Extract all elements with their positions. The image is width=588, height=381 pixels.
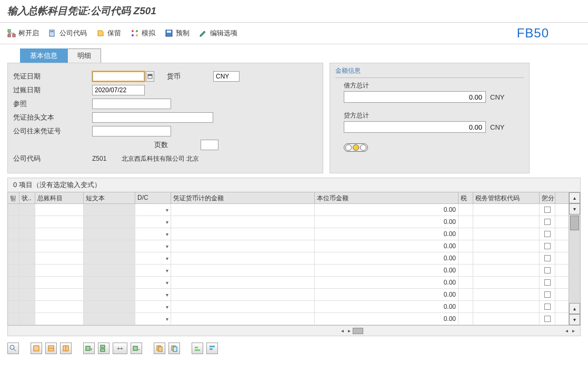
cell-dc[interactable]: ▾ <box>135 216 171 228</box>
hscroll-thumb[interactable] <box>353 328 363 334</box>
cell-amount-local[interactable]: 0.00 <box>315 228 459 240</box>
tab-detail[interactable]: 明细 <box>67 48 101 63</box>
cell-text[interactable] <box>84 301 135 312</box>
cell-partial[interactable] <box>540 240 555 252</box>
edit-options-button[interactable]: 编辑选项 <box>199 28 237 38</box>
row-selector[interactable] <box>8 313 19 325</box>
col-amount-local[interactable]: 本位币金额 <box>315 192 459 203</box>
cell-amount-local[interactable]: 0.00 <box>315 204 459 216</box>
tab-basic[interactable]: 基本信息 <box>20 48 67 63</box>
cell-text[interactable] <box>84 313 135 325</box>
hscroll-left[interactable]: ◂ <box>341 328 344 334</box>
cell-text[interactable] <box>84 228 135 240</box>
cell-partial[interactable] <box>540 301 555 312</box>
layout-c-button[interactable] <box>60 343 72 354</box>
cell-partial[interactable] <box>540 277 555 288</box>
cell-text[interactable] <box>84 240 135 252</box>
chevron-down-icon[interactable]: ▾ <box>166 243 168 249</box>
doc-date-help[interactable] <box>146 71 154 82</box>
col-tax-jurisdiction[interactable]: 税务管辖权代码 <box>473 192 540 203</box>
row-selector[interactable] <box>8 216 19 228</box>
cell-dc[interactable]: ▾ <box>135 313 171 325</box>
cell-text[interactable] <box>84 289 135 300</box>
cell-account[interactable] <box>35 277 84 288</box>
cell-tax-jurisdiction[interactable] <box>473 301 540 312</box>
cell-account[interactable] <box>35 228 84 240</box>
checkbox[interactable] <box>544 219 551 225</box>
cell-amount-local[interactable]: 0.00 <box>315 265 459 276</box>
currency-input[interactable] <box>213 71 240 82</box>
scroll-track[interactable] <box>569 214 580 303</box>
col-dc[interactable]: D/C <box>135 192 171 203</box>
vertical-scrollbar[interactable]: ▴ ▾ ▴ ▾ <box>569 192 580 325</box>
header-text-input[interactable] <box>92 112 213 123</box>
cell-status[interactable] <box>19 301 35 312</box>
cell-dc[interactable]: ▾ <box>135 277 171 288</box>
cell-text[interactable] <box>84 216 135 228</box>
pages-input[interactable] <box>201 140 218 150</box>
hold-button[interactable]: 保留 <box>96 28 121 38</box>
row-selector[interactable] <box>8 289 19 300</box>
cell-tax-jurisdiction[interactable] <box>473 289 540 300</box>
scroll-down-button[interactable]: ▾ <box>569 203 580 214</box>
hscroll-right[interactable]: ▸ <box>348 328 351 334</box>
cell-partial[interactable] <box>540 289 555 300</box>
cell-partial[interactable] <box>540 204 555 216</box>
cell-text[interactable] <box>84 277 135 288</box>
copy-button[interactable] <box>154 343 165 354</box>
sort-desc-button[interactable] <box>206 343 218 354</box>
cell-tax-jurisdiction[interactable] <box>473 240 540 252</box>
cell-tax[interactable] <box>459 277 473 288</box>
checkbox[interactable] <box>544 279 551 286</box>
chevron-down-icon[interactable]: ▾ <box>166 316 168 322</box>
hscroll-left2[interactable]: ◂ <box>565 328 568 334</box>
cell-tax[interactable] <box>459 228 473 240</box>
cell-tax[interactable] <box>459 265 473 276</box>
cell-amount-local[interactable]: 0.00 <box>315 240 459 252</box>
chevron-down-icon[interactable]: ▾ <box>166 256 168 261</box>
col-account[interactable]: 总账科目 <box>35 192 84 203</box>
cell-status[interactable] <box>19 289 35 300</box>
company-code-button[interactable]: 公司代码 <box>48 28 87 38</box>
insert-row-button[interactable]: + <box>83 343 95 354</box>
cell-amount-doc[interactable] <box>171 240 315 252</box>
cell-tax-jurisdiction[interactable] <box>473 265 540 276</box>
cell-amount-local[interactable]: 0.00 <box>315 289 459 300</box>
cell-amount-doc[interactable] <box>171 277 315 288</box>
interco-input[interactable] <box>92 126 171 136</box>
chevron-down-icon[interactable]: ▾ <box>166 292 168 298</box>
row-selector[interactable] <box>8 265 19 276</box>
cell-tax-jurisdiction[interactable] <box>473 313 540 325</box>
scroll-up2-button[interactable]: ▴ <box>569 303 580 314</box>
simulate-button[interactable]: 模拟 <box>131 28 155 38</box>
cell-partial[interactable] <box>540 313 555 325</box>
cell-dc[interactable]: ▾ <box>135 228 171 240</box>
cell-account[interactable] <box>35 301 84 312</box>
cell-partial[interactable] <box>540 252 555 264</box>
checkbox[interactable] <box>544 316 551 322</box>
cell-amount-doc[interactable] <box>171 313 315 325</box>
cell-status[interactable] <box>19 277 35 288</box>
col-selector[interactable]: 틷 <box>8 192 19 203</box>
cell-partial[interactable] <box>540 228 555 240</box>
cell-status[interactable] <box>19 228 35 240</box>
col-amount-doc[interactable]: 凭证货币计的金额 <box>171 192 315 203</box>
cell-amount-doc[interactable] <box>171 301 315 312</box>
reference-input[interactable] <box>92 99 171 109</box>
cell-amount-local[interactable]: 0.00 <box>315 313 459 325</box>
cell-status[interactable] <box>19 313 35 325</box>
checkbox[interactable] <box>544 231 551 237</box>
cell-dc[interactable]: ▾ <box>135 252 171 264</box>
chevron-down-icon[interactable]: ▾ <box>166 231 168 237</box>
col-text[interactable]: 短文本 <box>84 192 135 203</box>
cell-amount-doc[interactable] <box>171 265 315 276</box>
cell-tax[interactable] <box>459 252 473 264</box>
chevron-down-icon[interactable]: ▾ <box>166 219 168 225</box>
cell-tax[interactable] <box>459 301 473 312</box>
append-button[interactable]: ++ <box>113 343 127 354</box>
cell-dc[interactable]: ▾ <box>135 204 171 216</box>
cell-tax[interactable] <box>459 313 473 325</box>
row-selector[interactable] <box>8 240 19 252</box>
cell-text[interactable] <box>84 204 135 216</box>
cell-tax[interactable] <box>459 216 473 228</box>
